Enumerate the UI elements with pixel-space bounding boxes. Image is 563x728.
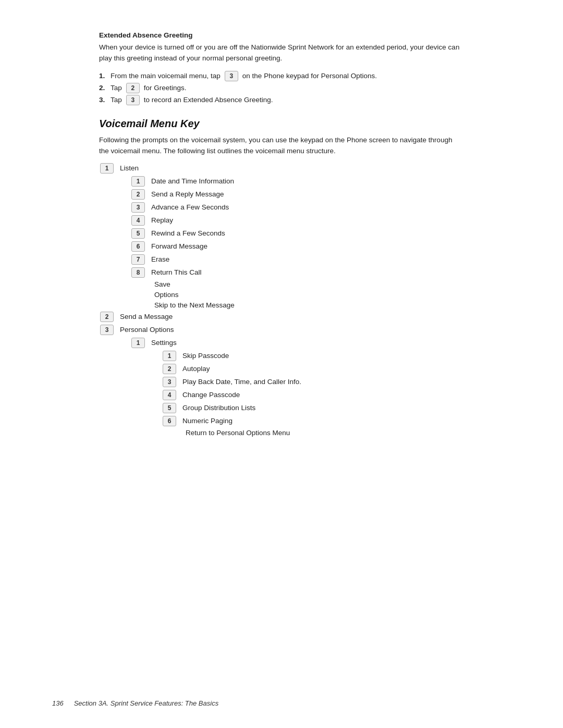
menu-item-9: Save [99, 280, 464, 288]
step-1-text-before: From the main voicemail menu, tap [111, 70, 221, 82]
body-text: When your device is turned off or you ar… [99, 42, 464, 64]
menu-item-8: 8Return This Call [99, 267, 464, 278]
menu-key-badge-4: 4 [131, 215, 145, 226]
step-3-num: 3. [99, 94, 107, 106]
menu-item-0: 1Listen [99, 163, 464, 174]
step-2-text-after: for Greetings. [144, 82, 187, 94]
menu-label-17: Play Back Date, Time, and Caller Info. [182, 378, 301, 386]
menu-key-badge-7: 7 [131, 254, 145, 265]
section-title: Extended Absence Greeting [99, 31, 464, 39]
menu-item-6: 6Forward Message [99, 241, 464, 252]
menu-item-14: 1Settings [99, 338, 464, 348]
menu-key-badge-17: 3 [163, 377, 176, 387]
step-1-num: 1. [99, 70, 107, 82]
menu-key-badge-15: 1 [163, 351, 176, 361]
menu-label-11: Skip to the Next Message [154, 301, 235, 309]
step-2-key: 2 [126, 83, 140, 93]
menu-label-7: Erase [151, 255, 169, 263]
menu-item-5: 5Rewind a Few Seconds [99, 228, 464, 239]
menu-item-12: 2Send a Message [99, 312, 464, 322]
step-3-key: 3 [126, 95, 140, 105]
step-1-key: 3 [225, 71, 238, 81]
menu-key-badge-16: 2 [163, 364, 176, 374]
menu-label-12: Send a Message [120, 313, 173, 320]
menu-label-18: Change Passcode [182, 391, 240, 399]
menu-label-0: Listen [120, 164, 139, 172]
step-3-text-before: Tap [111, 94, 122, 106]
menu-item-10: Options [99, 291, 464, 299]
menu-label-6: Forward Message [151, 242, 207, 250]
menu-label-10: Options [154, 291, 179, 299]
step-2-text-before: Tap [111, 82, 122, 94]
footer: 136 Section 3A. Sprint Service Features:… [52, 699, 511, 707]
menu-key-badge-1: 1 [131, 176, 145, 187]
menu-item-18: 4Change Passcode [99, 390, 464, 400]
footer-page-number: 136 [52, 699, 64, 707]
menu-label-5: Rewind a Few Seconds [151, 229, 225, 237]
menu-tree: 1Listen1Date and Time Information2Send a… [99, 163, 464, 437]
menu-key-badge-5: 5 [131, 228, 145, 239]
menu-label-20: Numeric Paging [182, 417, 232, 425]
menu-label-8: Return This Call [151, 268, 202, 276]
menu-item-3: 3Advance a Few Seconds [99, 202, 464, 213]
menu-label-13: Personal Options [120, 326, 174, 334]
menu-label-2: Send a Reply Message [151, 190, 224, 198]
menu-item-20: 6Numeric Paging [99, 416, 464, 426]
page-content: Extended Absence Greeting When your devi… [47, 0, 516, 481]
voicemail-menu-heading: Voicemail Menu Key [99, 118, 464, 130]
step-1-text-after: on the Phone keypad for Personal Options… [242, 70, 377, 82]
menu-item-15: 1Skip Passcode [99, 351, 464, 361]
menu-item-19: 5Group Distribution Lists [99, 403, 464, 413]
step-2: 2. Tap 2 for Greetings. [99, 82, 464, 94]
menu-key-badge-6: 6 [131, 241, 145, 252]
menu-item-2: 2Send a Reply Message [99, 189, 464, 200]
menu-item-4: 4Replay [99, 215, 464, 226]
menu-label-19: Group Distribution Lists [182, 404, 255, 412]
menu-item-16: 2Autoplay [99, 364, 464, 374]
menu-label-3: Advance a Few Seconds [151, 203, 229, 211]
menu-key-badge-14: 1 [131, 338, 145, 348]
menu-item-7: 7Erase [99, 254, 464, 265]
step-3: 3. Tap 3 to record an Extended Absence G… [99, 94, 464, 106]
menu-item-13: 3Personal Options [99, 325, 464, 335]
step-3-text-after: to record an Extended Absence Greeting. [144, 94, 273, 106]
menu-key-badge-18: 4 [163, 390, 176, 400]
menu-label-21: Return to Personal Options Menu [186, 429, 290, 437]
menu-label-16: Autoplay [182, 365, 210, 373]
step-1: 1. From the main voicemail menu, tap 3 o… [99, 70, 464, 82]
menu-label-9: Save [154, 280, 170, 288]
menu-key-badge-12: 2 [100, 312, 114, 322]
menu-item-11: Skip to the Next Message [99, 301, 464, 309]
footer-section-text: Section 3A. Sprint Service Features: The… [74, 699, 218, 707]
menu-key-badge-13: 3 [100, 325, 114, 335]
menu-key-badge-19: 5 [163, 403, 176, 413]
menu-key-badge-3: 3 [131, 202, 145, 213]
menu-key-badge-20: 6 [163, 416, 176, 426]
menu-label-14: Settings [151, 339, 177, 347]
menu-label-15: Skip Passcode [182, 352, 229, 360]
menu-key-badge-0: 1 [100, 163, 114, 174]
step-2-num: 2. [99, 82, 107, 94]
menu-item-17: 3Play Back Date, Time, and Caller Info. [99, 377, 464, 387]
menu-key-badge-8: 8 [131, 267, 145, 278]
menu-label-1: Date and Time Information [151, 177, 234, 185]
menu-label-4: Replay [151, 216, 173, 224]
steps-list: 1. From the main voicemail menu, tap 3 o… [99, 70, 464, 106]
menu-item-1: 1Date and Time Information [99, 176, 464, 187]
voicemail-description: Following the prompts on the voicemail s… [99, 135, 464, 157]
menu-key-badge-2: 2 [131, 189, 145, 200]
menu-item-21: Return to Personal Options Menu [99, 429, 464, 437]
